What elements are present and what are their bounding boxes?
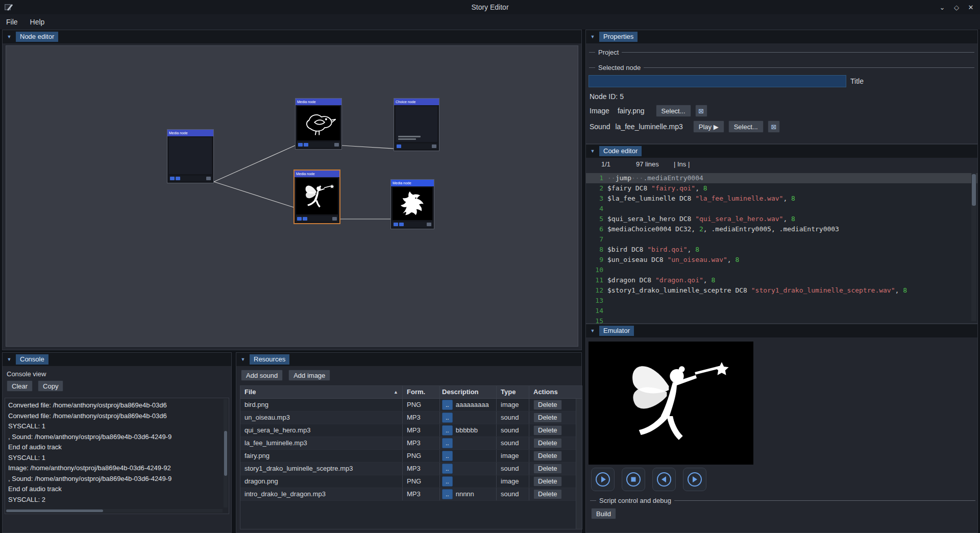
console-log[interactable]: Converted file: /home/anthony/ostproj/ba…: [5, 398, 229, 514]
add-sound-button[interactable]: Add sound: [241, 370, 283, 381]
node-mini-button[interactable]: [303, 217, 307, 221]
code-line[interactable]: 5$qui_sera_le_hero DC8 "qui_sera_le_hero…: [586, 214, 977, 224]
close-button[interactable]: ✕: [965, 2, 977, 13]
node-canvas[interactable]: Media node Media node: [6, 45, 578, 347]
column-header-type[interactable]: Type: [497, 386, 529, 398]
console-copy-button[interactable]: Copy: [38, 380, 63, 392]
node-mini-button[interactable]: [394, 223, 398, 226]
node-media-start[interactable]: Media node: [167, 129, 214, 183]
sound-clear-button[interactable]: ⊠: [768, 120, 780, 133]
delete-button[interactable]: Delete: [533, 489, 562, 499]
node-port[interactable]: [332, 217, 337, 221]
node-media-dragon[interactable]: Media node: [390, 179, 434, 229]
resource-row[interactable]: un_oiseau.mp3MP3..soundDelete: [240, 411, 582, 424]
code-line[interactable]: 6$mediaChoice0004 DC32, 2, .mediaEntry00…: [586, 224, 977, 234]
code-line[interactable]: 10: [586, 265, 977, 275]
node-mini-button[interactable]: [176, 177, 180, 180]
node-footer-controls[interactable]: [297, 142, 340, 148]
code-area[interactable]: 1··jump···.mediaEntry00042$fairy DC8 "fa…: [586, 173, 977, 323]
node-media-fairy[interactable]: Media node: [293, 169, 340, 224]
stop-button[interactable]: [622, 468, 645, 491]
edit-description-button[interactable]: ..: [442, 400, 453, 410]
code-vertical-scrollbar[interactable]: [971, 173, 976, 321]
collapse-icon[interactable]: ▼: [238, 355, 248, 364]
sound-select-button[interactable]: Select...: [728, 120, 764, 133]
node-port[interactable]: [427, 223, 431, 226]
build-button[interactable]: Build: [591, 508, 616, 519]
code-line[interactable]: 9$un_oiseau DC8 "un_oiseau.wav", 8: [586, 255, 977, 265]
play-button[interactable]: [591, 468, 615, 491]
code-line[interactable]: 11$dragon DC8 "dragon.qoi", 8: [586, 275, 977, 285]
collapse-icon[interactable]: ▼: [588, 32, 597, 41]
code-line[interactable]: 4: [586, 204, 977, 214]
step-forward-button[interactable]: [683, 468, 706, 491]
resource-row[interactable]: dragon.pngPNG..imageDelete: [240, 475, 582, 488]
node-mini-button[interactable]: [170, 177, 175, 180]
resource-row[interactable]: story1_drako_luminelle_sceptre.mp3MP3..s…: [240, 463, 582, 475]
code-line[interactable]: 7: [586, 234, 977, 245]
resource-row[interactable]: bird.pngPNG..aaaaaaaaaimageDelete: [240, 399, 582, 411]
collapse-icon[interactable]: ▼: [588, 326, 597, 335]
resource-row[interactable]: fairy.pngPNG..imageDelete: [240, 450, 582, 463]
code-line[interactable]: 15: [586, 316, 977, 323]
edit-description-button[interactable]: ..: [442, 476, 453, 487]
code-line[interactable]: 8$bird DC8 "bird.qoi", 8: [586, 245, 977, 255]
delete-button[interactable]: Delete: [533, 425, 562, 435]
console-vertical-scrollbar[interactable]: [224, 399, 228, 507]
delete-button[interactable]: Delete: [533, 413, 562, 423]
node-footer-controls[interactable]: [169, 176, 212, 181]
node-footer-controls[interactable]: [396, 143, 437, 149]
collapse-icon[interactable]: ▼: [5, 355, 14, 364]
code-line[interactable]: 3$la_fee_luminelle DC8 "la_fee_luminelle…: [586, 193, 977, 204]
node-port[interactable]: [334, 143, 339, 147]
node-media-bird[interactable]: Media node: [295, 98, 342, 150]
edit-description-button[interactable]: ..: [442, 413, 453, 423]
node-choice[interactable]: Choice node: [394, 98, 439, 151]
delete-button[interactable]: Delete: [533, 451, 562, 461]
code-line[interactable]: 12$story1_drako_luminelle_sceptre DC8 "s…: [586, 285, 977, 296]
node-mini-button[interactable]: [397, 144, 401, 148]
code-line[interactable]: 14: [586, 306, 977, 316]
edit-description-button[interactable]: ..: [442, 464, 453, 474]
collapse-icon[interactable]: ▼: [5, 32, 14, 41]
resources-vertical-scrollbar[interactable]: [576, 399, 582, 529]
edit-description-button[interactable]: ..: [442, 451, 453, 461]
column-header-actions[interactable]: Actions: [529, 386, 576, 398]
menu-file[interactable]: File: [0, 16, 24, 28]
node-port[interactable]: [206, 177, 211, 180]
menu-help[interactable]: Help: [24, 16, 51, 28]
node-footer-controls[interactable]: [393, 222, 432, 227]
node-mini-button[interactable]: [297, 217, 302, 221]
image-clear-button[interactable]: ⊠: [695, 105, 707, 117]
node-footer-controls[interactable]: [296, 216, 338, 222]
code-line[interactable]: 13: [586, 296, 977, 306]
resources-table-header[interactable]: File ▲ Form. Description Type Actions: [240, 386, 582, 399]
delete-button[interactable]: Delete: [533, 464, 562, 474]
node-mini-button[interactable]: [304, 143, 308, 147]
maximize-button[interactable]: ◇: [950, 2, 963, 13]
code-line[interactable]: 1··jump···.mediaEntry0004: [586, 173, 977, 183]
minimize-button[interactable]: ⌄: [936, 2, 948, 13]
resource-row[interactable]: qui_sera_le_hero.mp3MP3..bbbbbbsoundDele…: [240, 424, 582, 437]
edit-description-button[interactable]: ..: [442, 489, 453, 499]
edit-description-button[interactable]: ..: [442, 425, 453, 435]
console-horizontal-scrollbar[interactable]: [6, 509, 223, 513]
delete-button[interactable]: Delete: [533, 438, 562, 448]
node-port[interactable]: [432, 144, 436, 148]
collapse-icon[interactable]: ▼: [588, 147, 597, 156]
sound-play-button[interactable]: Play ▶: [693, 120, 724, 133]
delete-button[interactable]: Delete: [533, 476, 562, 487]
console-clear-button[interactable]: Clear: [7, 380, 33, 392]
column-header-file[interactable]: File ▲: [240, 386, 403, 398]
code-line[interactable]: 2$fairy DC8 "fairy.qoi", 8: [586, 183, 977, 193]
delete-button[interactable]: Delete: [533, 400, 562, 410]
title-input[interactable]: [589, 75, 846, 87]
resource-row[interactable]: intro_drako_le_dragon.mp3MP3..nnnnnsound…: [240, 488, 582, 501]
image-select-button[interactable]: Select...: [656, 105, 691, 117]
add-image-button[interactable]: Add image: [288, 370, 330, 381]
step-back-button[interactable]: [652, 468, 676, 491]
edit-description-button[interactable]: ..: [442, 438, 453, 448]
column-header-format[interactable]: Form.: [403, 386, 440, 398]
node-mini-button[interactable]: [298, 143, 303, 147]
column-header-description[interactable]: Description: [440, 386, 497, 398]
